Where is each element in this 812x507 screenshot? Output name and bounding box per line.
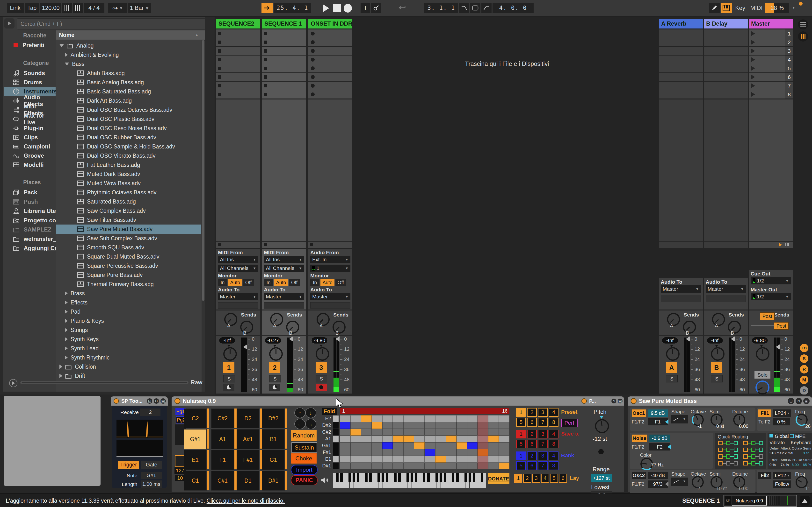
send-a-knob[interactable] xyxy=(712,313,725,326)
device-chain-overview[interactable]: SP Nularseq 0.9 xyxy=(723,495,797,507)
step-cell[interactable] xyxy=(403,422,414,429)
step-cell[interactable] xyxy=(340,442,350,449)
shift-↓-button[interactable]: ↓ xyxy=(305,407,316,418)
routing-node[interactable] xyxy=(743,441,748,445)
tree-file-row[interactable]: Saw Pure Muted Bass.adv xyxy=(56,225,201,234)
layer-button-4[interactable]: 4 xyxy=(541,474,549,483)
clip-slot[interactable] xyxy=(262,81,306,90)
clip-slot[interactable] xyxy=(308,90,352,99)
sidebar-item-modelli[interactable]: Modelli xyxy=(4,160,56,169)
fil2-toggle[interactable]: Fil2 xyxy=(758,472,771,479)
step-cell[interactable] xyxy=(361,429,372,436)
tree-folder-row[interactable]: Brass xyxy=(56,289,201,298)
gate-button[interactable]: Gate xyxy=(141,461,162,469)
preset-button-4[interactable]: 4 xyxy=(549,408,558,417)
track-header-a-reverb[interactable]: A Reverb xyxy=(659,19,703,29)
link-button[interactable]: Link xyxy=(7,3,24,13)
metronome-toggle[interactable]: ○● ▾ xyxy=(108,3,126,13)
arm-button[interactable] xyxy=(269,384,280,391)
receive-field[interactable]: 2 xyxy=(140,408,160,416)
step-note[interactable] xyxy=(393,436,403,442)
collapsed-arrow-icon[interactable] xyxy=(65,328,68,332)
solo-button[interactable]: S xyxy=(269,375,281,382)
quantize-menu[interactable]: 1 Bar ▾ xyxy=(128,3,151,13)
step-cell[interactable] xyxy=(361,449,372,456)
scene-play-icon[interactable] xyxy=(751,40,755,45)
preset-button-5[interactable]: 5 xyxy=(516,418,526,427)
velocity-slider[interactable] xyxy=(260,471,262,490)
clip-slot[interactable] xyxy=(308,47,352,55)
bank-button-5[interactable]: 5 xyxy=(516,461,526,470)
volume-value[interactable]: -Inf xyxy=(662,337,678,344)
black-key[interactable] xyxy=(415,473,417,482)
back-to-arrangement-icon[interactable] xyxy=(779,243,782,246)
input-menu[interactable]: All Ins▼ xyxy=(218,256,258,263)
black-key[interactable] xyxy=(440,473,442,482)
pan-knob[interactable] xyxy=(756,347,769,361)
step-cell[interactable] xyxy=(350,449,361,456)
note-pad-Fs1[interactable]: F#1 xyxy=(237,450,259,470)
tree-file-row[interactable]: Dual OSC Sample & Hold Bass.adv xyxy=(56,142,201,151)
clip-slot[interactable] xyxy=(704,56,748,64)
panic-button[interactable]: PANIC xyxy=(291,475,317,485)
velocity-slider[interactable] xyxy=(285,408,287,428)
step-cell[interactable] xyxy=(488,415,499,422)
monitor-off-button[interactable]: Off xyxy=(336,279,346,286)
routing-node[interactable] xyxy=(718,448,723,452)
step-cell[interactable] xyxy=(499,456,509,463)
step-cell[interactable] xyxy=(361,436,372,442)
track-header-sequence2[interactable]: SEQUENCE2 xyxy=(216,19,260,29)
choke-button[interactable]: Choke xyxy=(291,453,317,463)
bank-button-3[interactable]: 3 xyxy=(538,451,548,460)
step-note[interactable] xyxy=(403,436,414,442)
device-header[interactable]: P... ↻ ▣ xyxy=(578,396,624,406)
routing-node[interactable] xyxy=(743,454,748,459)
step-note[interactable] xyxy=(350,429,361,436)
pan-knob[interactable] xyxy=(711,347,724,361)
device-header[interactable]: Nularseq 0.9 xyxy=(171,396,600,406)
punch-out-button[interactable] xyxy=(481,3,492,13)
preset-button-2[interactable]: 2 xyxy=(527,408,537,417)
step-cell[interactable] xyxy=(350,422,361,429)
sidebar-item-pack[interactable]: Pack xyxy=(4,188,56,197)
clip-slot[interactable] xyxy=(704,81,748,90)
record-button[interactable] xyxy=(344,4,352,12)
tree-folder-row[interactable]: Synth Lead xyxy=(56,344,201,353)
scene-slot[interactable]: 4 xyxy=(749,56,793,64)
step-cell[interactable] xyxy=(435,442,446,449)
black-key[interactable] xyxy=(444,473,446,482)
save-to-button-3[interactable]: 3 xyxy=(538,430,548,439)
sustain-button[interactable]: Sustain xyxy=(292,442,317,453)
tree-file-row[interactable]: Dual OSC Reso Noise Bass.adv xyxy=(56,124,201,133)
sidebar-item-groove[interactable]: Groove xyxy=(4,151,56,160)
black-key[interactable] xyxy=(423,473,425,482)
step-cell[interactable] xyxy=(457,422,467,429)
step-cell[interactable] xyxy=(372,456,382,463)
velocity-slider[interactable] xyxy=(207,408,209,428)
step-cell[interactable] xyxy=(467,415,478,422)
velocity-slider[interactable] xyxy=(285,429,287,449)
track-activator[interactable]: 2 xyxy=(269,362,280,373)
note-pad-Gs1[interactable]: G#1 xyxy=(184,429,207,449)
step-cell[interactable] xyxy=(488,422,499,429)
sidebar-item-sounds[interactable]: Sounds xyxy=(4,68,56,78)
layer-button-6[interactable]: 6 xyxy=(559,474,567,483)
follow-field[interactable]: Follow xyxy=(773,481,791,488)
monitor-in-button[interactable]: In xyxy=(310,279,319,286)
step-cell[interactable] xyxy=(414,415,424,422)
bank-button-2[interactable]: 2 xyxy=(527,451,537,460)
show-hide-detail-button[interactable] xyxy=(800,496,810,506)
step-cell[interactable] xyxy=(435,436,446,442)
track-header-b-delay[interactable]: B Delay xyxy=(704,19,748,29)
bank-button-4[interactable]: 4 xyxy=(549,451,558,460)
step-cell[interactable] xyxy=(340,463,350,469)
save-to-button-2[interactable]: 2 xyxy=(527,430,537,439)
tree-file-row[interactable]: Fat Leather Bass.adg xyxy=(56,160,201,169)
volume-value[interactable]: -Inf xyxy=(219,337,236,344)
send-a-knob[interactable] xyxy=(270,313,283,326)
scene-play-icon[interactable] xyxy=(751,74,755,79)
master-out-menu[interactable]: 1/2▼ xyxy=(751,293,791,300)
pan-knob[interactable] xyxy=(316,347,329,361)
key-map-button[interactable]: Key xyxy=(733,3,748,13)
scene-play-icon[interactable] xyxy=(751,57,755,62)
